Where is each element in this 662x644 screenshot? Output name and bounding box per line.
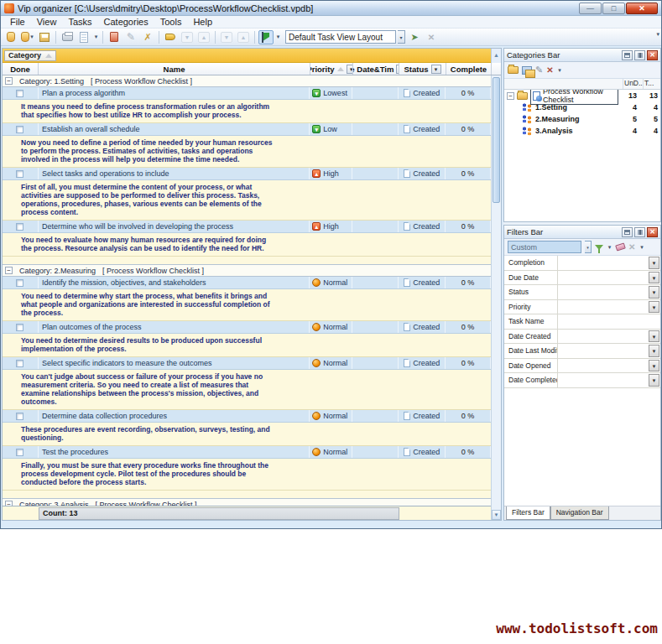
filter-dropdown-icon[interactable]: ▼ bbox=[649, 257, 659, 269]
filter-value-field[interactable] bbox=[558, 256, 648, 270]
task-checkbox[interactable] bbox=[16, 170, 23, 178]
move-up-icon[interactable]: ▲ bbox=[196, 30, 211, 44]
pane-minimize-icon[interactable] bbox=[622, 50, 633, 60]
paste-task-icon[interactable] bbox=[107, 30, 122, 44]
new-item-icon[interactable] bbox=[3, 30, 18, 44]
filter-dropdown-icon[interactable]: ▼ bbox=[649, 360, 659, 372]
filter-value-field[interactable] bbox=[558, 330, 648, 344]
toolbar-overflow-icon[interactable]: ▾ bbox=[656, 31, 659, 38]
filter-value-field[interactable] bbox=[558, 314, 660, 329]
filter-preset-combo[interactable]: Custom bbox=[508, 241, 581, 253]
task-row[interactable]: Identify the mission, objectives, and st… bbox=[3, 277, 491, 289]
filter-dropdown-icon[interactable]: ▼ bbox=[649, 330, 659, 343]
menu-item-view[interactable]: View bbox=[31, 17, 63, 27]
new-item-dropdown-icon[interactable]: ▾ bbox=[20, 30, 35, 44]
task-checkbox[interactable] bbox=[16, 90, 23, 97]
group-header-row[interactable]: −Category: 1.Setting[ Process Workflow C… bbox=[3, 75, 491, 87]
dock-tab-navigation-bar[interactable]: Navigation Bar bbox=[550, 506, 609, 520]
task-row[interactable]: Select tasks and operations to include▴H… bbox=[3, 168, 491, 180]
task-checkbox[interactable] bbox=[16, 126, 23, 133]
clear-filter-icon[interactable] bbox=[615, 242, 626, 251]
column-filter-dropdown-icon[interactable]: ▼ bbox=[347, 65, 353, 74]
column-header-priority[interactable]: Priority▼ bbox=[310, 63, 353, 75]
task-checkbox[interactable] bbox=[16, 324, 23, 331]
pane-pin-icon[interactable] bbox=[634, 227, 645, 237]
tree-category-item[interactable]: 2.Measuring55 bbox=[504, 113, 660, 125]
collapse-tree-icon[interactable]: − bbox=[507, 92, 514, 100]
filter-value-field[interactable] bbox=[558, 300, 648, 314]
task-row[interactable]: Determine who will be involved in develo… bbox=[3, 221, 491, 233]
collapse-group-icon[interactable]: − bbox=[5, 267, 13, 274]
menu-item-help[interactable]: Help bbox=[187, 17, 218, 27]
menu-item-categories[interactable]: Categories bbox=[98, 17, 154, 27]
apply-filter-icon[interactable] bbox=[595, 245, 603, 250]
close-button[interactable]: ✕ bbox=[626, 3, 658, 14]
categories-overflow-icon[interactable]: ▾ bbox=[557, 67, 563, 74]
task-checkbox[interactable] bbox=[16, 449, 23, 456]
filter-preset-dropdown-icon[interactable]: ▾ bbox=[585, 241, 592, 253]
print-icon[interactable] bbox=[60, 30, 75, 44]
column-header-status[interactable]: Status▼ bbox=[399, 63, 446, 75]
minimize-button[interactable]: — bbox=[579, 3, 602, 14]
filter-value-field[interactable] bbox=[558, 373, 648, 387]
pane-close-icon[interactable]: ✕ bbox=[647, 227, 658, 237]
tree-category-item[interactable]: 1.Setting44 bbox=[504, 101, 660, 113]
grid-scroll-up-icon[interactable]: ▲ bbox=[491, 49, 501, 63]
delete-category-icon[interactable]: ✕ bbox=[546, 65, 553, 75]
print-preview-icon[interactable] bbox=[76, 30, 91, 44]
pane-close-icon[interactable]: ✕ bbox=[647, 50, 658, 60]
move-down-icon[interactable]: ▼ bbox=[180, 30, 195, 44]
task-row[interactable]: Establish an overall schedule▾LowCreated… bbox=[3, 123, 491, 136]
layout-combo-dropdown-icon[interactable]: ▾ bbox=[398, 30, 405, 44]
new-subcategory-icon[interactable] bbox=[522, 66, 532, 75]
group-by-category-button[interactable]: Category bbox=[4, 50, 56, 61]
filter-dropdown-icon[interactable]: ▼ bbox=[649, 286, 659, 299]
pane-pin-icon[interactable] bbox=[634, 50, 645, 60]
filter-dropdown-icon[interactable]: ▼ bbox=[649, 272, 659, 284]
indent-icon[interactable]: ▼ bbox=[219, 30, 234, 44]
filter-dropdown-icon[interactable]: ▼ bbox=[649, 345, 659, 357]
task-row[interactable]: Select specific indicators to measure th… bbox=[3, 357, 491, 370]
scrollbar-thumb[interactable] bbox=[493, 77, 500, 203]
group-header-row[interactable]: −Category: 3.Analysis[ Process Workflow … bbox=[3, 499, 491, 506]
filter-dropdown-icon[interactable]: ▼ bbox=[649, 301, 659, 314]
dock-tab-filters-bar[interactable]: Filters Bar bbox=[506, 506, 550, 520]
filters-overflow-icon[interactable]: ▾ bbox=[639, 244, 644, 251]
filter-value-field[interactable] bbox=[558, 271, 648, 285]
column-header-name[interactable]: Name bbox=[39, 63, 310, 75]
grid-vertical-scrollbar[interactable]: ▼ bbox=[491, 75, 501, 520]
save-icon[interactable] bbox=[37, 30, 52, 44]
grid-scroll-down-icon[interactable]: ▼ bbox=[492, 510, 501, 520]
column-header-ue-date-tim[interactable]: ue Date&Tim▼ bbox=[353, 63, 399, 75]
delete-filter-icon[interactable]: ✕ bbox=[628, 242, 635, 252]
apply-filter-dropdown-icon[interactable]: ▾ bbox=[607, 244, 612, 251]
tree-category-item[interactable]: 3.Analysis44 bbox=[504, 125, 660, 137]
edit-icon[interactable]: ✎ bbox=[123, 30, 138, 44]
task-row[interactable]: Plan a process algorithm▾LowestCreated0 … bbox=[3, 87, 491, 100]
delete-icon[interactable]: ✗ bbox=[140, 30, 155, 44]
complete-task-icon[interactable] bbox=[163, 30, 178, 44]
column-header-done[interactable]: Done bbox=[3, 63, 39, 75]
menu-item-tasks[interactable]: Tasks bbox=[62, 17, 97, 27]
new-category-icon[interactable] bbox=[508, 66, 519, 74]
tree-root-item[interactable]: −Process Workflow Checklist1313 bbox=[504, 90, 660, 101]
outdent-icon[interactable]: ▲ bbox=[236, 30, 251, 44]
task-row[interactable]: Test the proceduresNormalCreated0 % bbox=[3, 446, 491, 459]
view-overflow-icon[interactable]: ▾ bbox=[275, 34, 281, 40]
remove-layout-icon[interactable]: ✕ bbox=[424, 30, 439, 44]
group-header-row[interactable]: −Category: 2.Measuring[ Process Workflow… bbox=[3, 265, 491, 277]
pane-minimize-icon[interactable] bbox=[622, 227, 633, 237]
task-row[interactable]: Plan outcomes of the processNormalCreate… bbox=[3, 321, 491, 334]
menu-item-tools[interactable]: Tools bbox=[154, 17, 188, 27]
total-column-header[interactable]: T... bbox=[644, 79, 660, 89]
undone-column-header[interactable]: UnD... bbox=[623, 79, 644, 89]
menu-item-file[interactable]: File bbox=[4, 17, 31, 27]
edit-category-icon[interactable]: ✎ bbox=[535, 65, 543, 75]
apply-layout-icon[interactable]: ➤ bbox=[407, 30, 422, 44]
maximize-button[interactable]: □ bbox=[602, 3, 625, 14]
chart-view-icon[interactable] bbox=[258, 30, 274, 44]
task-checkbox[interactable] bbox=[16, 279, 23, 287]
column-filter-dropdown-icon[interactable]: ▼ bbox=[431, 65, 441, 74]
filter-dropdown-icon[interactable]: ▼ bbox=[649, 374, 659, 387]
filter-value-field[interactable] bbox=[558, 344, 648, 358]
